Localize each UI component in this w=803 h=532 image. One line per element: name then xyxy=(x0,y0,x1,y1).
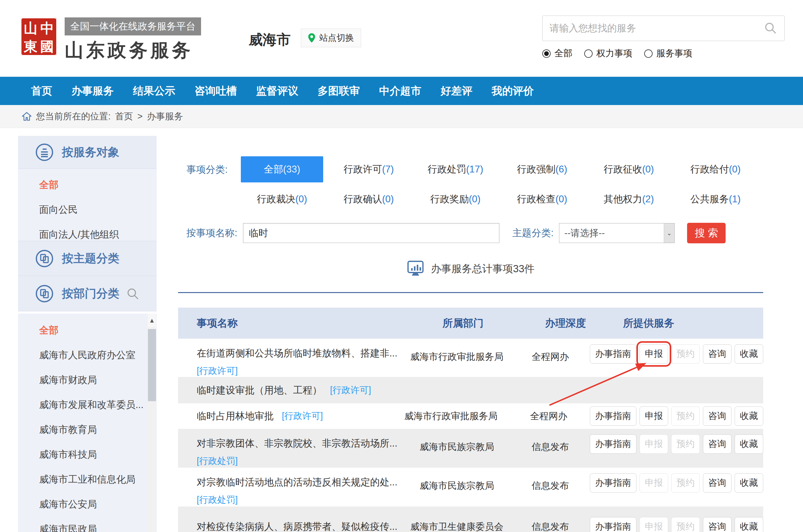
scrollbar-thumb[interactable] xyxy=(148,329,156,401)
favorite-button[interactable]: 收藏 xyxy=(734,473,763,493)
radio-icon xyxy=(644,50,653,58)
guide-button[interactable]: 办事指南 xyxy=(590,473,636,493)
table-rows: 在街道两侧和公共场所临时堆放物料、搭建非... [行政许可] 威海市行政审批服务… xyxy=(178,339,763,532)
filter-tab[interactable]: 行政检查(0) xyxy=(501,190,583,209)
sidebar-item[interactable]: 威海市民政局 xyxy=(18,517,157,532)
consult-button[interactable]: 咨询 xyxy=(703,517,731,532)
consult-button[interactable]: 咨询 xyxy=(703,406,731,426)
filter-tab[interactable]: 公共服务(1) xyxy=(674,190,757,209)
search-scope-radio[interactable]: 权力事项 xyxy=(584,47,632,60)
sidebar-item[interactable]: 威海市教育局 xyxy=(18,417,157,442)
item-name-label: 按事项名称: xyxy=(187,227,237,240)
item-name-link[interactable]: 对检疫传染病病人、病原携带者、疑似检疫传... xyxy=(197,520,398,532)
nav-item[interactable]: 多图联审 xyxy=(318,84,360,98)
theme-category-select[interactable]: --请选择-- ⌄ xyxy=(559,223,675,243)
sidebar-section-theme[interactable]: 按主题分类 xyxy=(18,241,157,276)
item-department: 威海市卫生健康委员会 xyxy=(398,507,516,532)
filter-tab-label: 行政奖励 xyxy=(431,193,469,206)
filter-tab-label: 公共服务 xyxy=(690,193,729,206)
site-switch-button[interactable]: 站点切换 xyxy=(301,28,361,47)
sidebar-item[interactable]: 全部 xyxy=(18,172,157,197)
favorite-button[interactable]: 收藏 xyxy=(734,517,763,532)
filter-tab[interactable]: 行政确认(0) xyxy=(327,190,410,209)
nav-item[interactable]: 咨询吐槽 xyxy=(194,84,237,98)
guide-button[interactable]: 办事指南 xyxy=(590,434,636,454)
item-depth xyxy=(513,377,584,403)
filter-tab-count: (0) xyxy=(382,194,394,205)
item-category-link[interactable]: [行政处罚] xyxy=(197,456,238,466)
declare-button[interactable]: 申报 xyxy=(639,406,668,426)
theme-select-value: --请选择-- xyxy=(559,227,664,240)
global-search-input[interactable] xyxy=(550,23,764,34)
service-object-list: 全部面向公民面向法人/其他组织 xyxy=(18,169,157,241)
nav-item[interactable]: 我的评价 xyxy=(492,84,534,98)
filter-tab[interactable]: 行政许可(7) xyxy=(327,156,410,183)
sidebar-item[interactable]: 面向公民 xyxy=(18,197,157,222)
filter-tab[interactable]: 行政奖励(0) xyxy=(414,190,497,209)
guide-button[interactable]: 办事指南 xyxy=(590,517,636,532)
items-table: 事项名称 所属部门 办理深度 所提供服务 在街道两侧和公共场所临时堆放物料、搭建… xyxy=(178,308,763,532)
sidebar-item[interactable]: 威海市公安局 xyxy=(18,492,157,517)
item-category-link[interactable]: [行政处罚] xyxy=(197,495,238,505)
search-scope-radio[interactable]: 全部 xyxy=(542,47,572,60)
item-category-link[interactable]: [行政许可] xyxy=(330,384,371,397)
sidebar-item[interactable]: 威海市科技局 xyxy=(18,442,157,467)
consult-button[interactable]: 咨询 xyxy=(703,344,731,364)
guide-button[interactable]: 办事指南 xyxy=(590,406,636,426)
nav-item[interactable]: 好差评 xyxy=(441,84,472,98)
overlap-docs-icon xyxy=(35,249,54,268)
item-name-link[interactable]: 对非宗教团体、非宗教院校、非宗教活动场所... xyxy=(197,437,398,450)
scrollbar-up-arrow[interactable]: ▲ xyxy=(148,314,156,327)
filter-tab[interactable]: 全部(33) xyxy=(241,156,323,183)
nav-item[interactable]: 结果公示 xyxy=(133,84,175,98)
current-city: 威海市 xyxy=(249,31,290,49)
sidebar-section-service-object[interactable]: 按服务对象 xyxy=(18,136,157,169)
sidebar-section-department[interactable]: 按部门分类 xyxy=(18,276,157,311)
filter-tab[interactable]: 行政处罚(17) xyxy=(414,156,497,183)
consult-button[interactable]: 咨询 xyxy=(703,473,731,493)
item-name-input[interactable] xyxy=(243,223,499,243)
favorite-button[interactable]: 收藏 xyxy=(734,406,763,426)
filter-tab[interactable]: 行政裁决(0) xyxy=(241,190,323,209)
nav-item[interactable]: 监督评议 xyxy=(256,84,298,98)
filter-tab[interactable]: 其他权力(2) xyxy=(588,190,670,209)
department-scrollbar[interactable]: ▲ xyxy=(148,314,156,532)
chevron-down-icon: ⌄ xyxy=(664,224,674,243)
filter-tab[interactable]: 行政征收(0) xyxy=(588,156,670,183)
item-category-link[interactable]: [行政许可] xyxy=(282,410,323,422)
search-icon[interactable] xyxy=(764,21,778,35)
filter-tab-label: 行政征收 xyxy=(604,163,642,176)
filter-tab-label: 行政处罚 xyxy=(427,163,466,176)
breadcrumb-home-link[interactable]: 首页 xyxy=(115,110,133,123)
search-scope-radio[interactable]: 服务事项 xyxy=(644,47,692,60)
guide-button[interactable]: 办事指南 xyxy=(590,344,636,364)
filter-tab[interactable]: 行政给付(0) xyxy=(674,156,757,183)
sidebar-item[interactable]: 全部 xyxy=(18,318,157,343)
sidebar-section-title: 按服务对象 xyxy=(62,145,119,160)
nav-item[interactable]: 中介超市 xyxy=(379,84,421,98)
filter-tab-count: (1) xyxy=(729,194,741,205)
declare-button[interactable]: 申报 xyxy=(639,344,668,364)
item-name-link[interactable]: 在街道两侧和公共场所临时堆放物料、搭建非... xyxy=(197,347,398,360)
item-name-link[interactable]: 临时占用林地审批 xyxy=(197,410,274,423)
favorite-button[interactable]: 收藏 xyxy=(734,434,763,454)
item-category-link[interactable]: [行政许可] xyxy=(197,366,238,376)
nav-item[interactable]: 办事服务 xyxy=(72,84,114,98)
sidebar-item[interactable]: 威海市发展和改革委员... xyxy=(18,393,157,417)
favorite-button[interactable]: 收藏 xyxy=(734,344,763,364)
nav-item[interactable]: 首页 xyxy=(31,84,52,98)
item-name-link[interactable]: 临时建设审批（用地、工程） xyxy=(197,384,322,397)
department-search-icon[interactable] xyxy=(126,287,140,301)
filter-tab[interactable]: 行政强制(6) xyxy=(501,156,583,183)
sidebar-item[interactable]: 威海市工业和信息化局 xyxy=(18,467,157,492)
item-name-link[interactable]: 对宗教临时活动地点的活动违反相关规定的处... xyxy=(197,476,398,489)
stats-text: 办事服务总计事项33件 xyxy=(431,262,535,276)
sidebar-item[interactable]: 威海市人民政府办公室 xyxy=(18,343,157,367)
sidebar-item[interactable]: 威海市财政局 xyxy=(18,367,157,393)
search-submit-button[interactable]: 搜 索 xyxy=(687,223,726,243)
consult-button[interactable]: 咨询 xyxy=(703,434,731,454)
header: 山 中 東 國 全国一体化在线政务服务平台 山东政务服务 威海市 站点切换 xyxy=(0,0,803,77)
table-header: 事项名称 所属部门 办理深度 所提供服务 xyxy=(178,308,763,339)
col-header-depth: 办理深度 xyxy=(528,316,603,330)
breadcrumb-current: 办事服务 xyxy=(147,110,183,123)
